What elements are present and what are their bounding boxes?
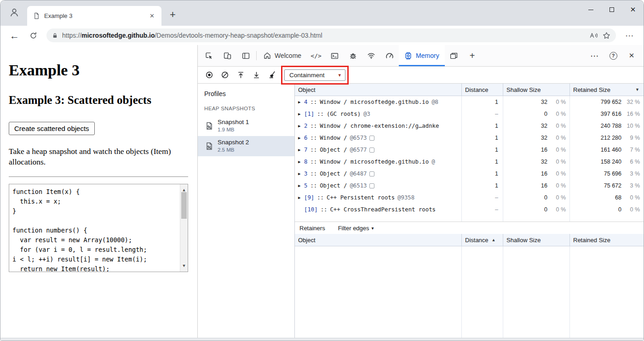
expand-icon[interactable]: ▶	[298, 171, 304, 176]
retainers-column-distance[interactable]: Distance ▲	[462, 234, 503, 246]
tab-memory[interactable]: Memory	[399, 45, 445, 66]
heap-row[interactable]: ▶ 6 :: Window / @6573 1 32 0 % 212 280 9…	[295, 132, 644, 144]
close-devtools-button[interactable]: ✕	[622, 51, 641, 60]
snapshot-item[interactable]: Snapshot 1 1.9 MB	[198, 116, 294, 136]
tab-close-icon[interactable]: ✕	[147, 11, 157, 20]
scrollbar-thumb[interactable]	[181, 192, 187, 219]
devtools-menu-button[interactable]: ⋯	[586, 51, 604, 61]
profile-avatar[interactable]	[6, 4, 23, 21]
tab-issues[interactable]	[344, 45, 362, 66]
expand-icon[interactable]: ▶	[298, 136, 304, 140]
take-snapshot-button[interactable]	[203, 71, 216, 79]
expand-icon[interactable]: ▶	[298, 148, 304, 152]
scroll-down-icon[interactable]: ▼	[180, 261, 188, 271]
add-tab-button[interactable]: +	[463, 45, 482, 66]
node-index: 2	[304, 123, 307, 129]
node-index: [1]	[304, 111, 314, 117]
retained-percent: 32 %	[621, 99, 644, 105]
device-toolbar-icon	[224, 52, 231, 60]
retainers-label: Retainers	[299, 225, 325, 232]
memory-toolbar: Containment ▾	[198, 67, 644, 84]
code-scrollbar[interactable]: ▲ ▼	[180, 184, 188, 272]
tab-welcome[interactable]: Welcome	[258, 45, 307, 66]
help-button[interactable]: ?	[604, 52, 622, 60]
browser-menu-button[interactable]: ⋯	[621, 30, 638, 41]
node-separator: ::	[310, 123, 317, 129]
tab-console[interactable]	[325, 45, 344, 66]
object-cell: ▶ 7 :: Object / @6577	[295, 144, 462, 156]
device-emulation-button[interactable]	[218, 45, 236, 66]
load-snapshot-button[interactable]	[250, 71, 263, 79]
save-snapshot-button[interactable]	[234, 71, 247, 79]
close-window-button[interactable]: ✕	[622, 0, 644, 19]
perspective-select[interactable]: Containment ▾	[284, 69, 345, 81]
new-tab-button[interactable]: +	[167, 10, 178, 20]
heap-row[interactable]: ▶ [10] :: C++ CrossThreadPersistent root…	[295, 204, 644, 216]
node-id: @	[431, 159, 435, 165]
column-header-distance[interactable]: Distance	[462, 84, 503, 96]
inspect-element-button[interactable]	[200, 45, 218, 66]
address-bar[interactable]: https://microsoftedge.github.io/Demos/de…	[46, 28, 616, 42]
preview-box-icon[interactable]	[369, 183, 374, 188]
node-index: 5	[304, 182, 307, 189]
layers-icon	[450, 52, 458, 60]
snapshot-size: 2.5 MB	[218, 147, 249, 153]
clear-profiles-button[interactable]	[218, 71, 231, 79]
node-index: 3	[304, 170, 307, 177]
node-index: 7	[304, 147, 307, 153]
filter-edges-dropdown[interactable]: Filter edges ▾	[338, 225, 374, 232]
memory-panel-body: Profiles HEAP SNAPSHOTS Snapshot 1 1.9 M…	[198, 84, 644, 338]
back-button[interactable]: ←	[6, 31, 23, 40]
retained-size-cell: 68 0 %	[570, 192, 644, 204]
tab-network[interactable]	[362, 45, 380, 66]
shallow-value: 16	[503, 147, 547, 153]
maximize-button[interactable]	[601, 0, 622, 19]
node-id: @6573	[350, 135, 367, 141]
heap-snapshots-label: HEAP SNAPSHOTS	[198, 103, 294, 116]
expand-icon[interactable]: ▶	[298, 159, 304, 164]
tab-sources[interactable]: </>	[307, 45, 325, 66]
retainers-column-object[interactable]: Object	[295, 234, 462, 246]
activity-bar-layout-button[interactable]	[236, 45, 255, 66]
preview-box-icon[interactable]	[369, 136, 374, 141]
more-tools-panel-button[interactable]	[445, 45, 463, 66]
expand-icon[interactable]: ▶	[298, 183, 304, 188]
retainers-column-retained-size[interactable]: Retained Size	[570, 234, 644, 246]
code-block-lines: function Item(x) { this.x = x;} function…	[12, 187, 177, 272]
favorites-star-button[interactable]	[603, 32, 610, 40]
column-header-object[interactable]: Object	[295, 84, 462, 96]
heap-row[interactable]: ▶ 8 :: Window / microsoftedge.github.io …	[295, 156, 644, 168]
heap-row[interactable]: ▶ 2 :: Window / chrome-extension://g…adn…	[295, 120, 644, 132]
preview-box-icon[interactable]	[369, 148, 374, 153]
tab-performance[interactable]	[380, 45, 399, 66]
heap-row[interactable]: ▶ 5 :: Object / @6513 1 16 0 % 75 672 3 …	[295, 180, 644, 192]
node-id: @6513	[350, 182, 367, 189]
read-aloud-button[interactable]	[589, 32, 598, 39]
heap-row[interactable]: ▶ 4 :: Window / microsoftedge.github.io …	[295, 96, 644, 108]
browser-tab[interactable]: Example 3 ✕	[27, 6, 161, 26]
heap-row[interactable]: ▶ [1] :: (GC roots) @3 – 0 0 % 397 616 1…	[295, 108, 644, 120]
expand-icon[interactable]: ▶	[298, 100, 304, 104]
preview-box-icon[interactable]	[369, 171, 374, 176]
expand-icon[interactable]: ▶	[298, 124, 304, 128]
reload-button[interactable]	[26, 32, 41, 40]
minimize-button[interactable]	[580, 0, 601, 19]
node-separator: ::	[310, 159, 317, 165]
heap-row[interactable]: ▶ 7 :: Object / @6577 1 16 0 % 161 460 7…	[295, 144, 644, 156]
expand-icon[interactable]: ▶	[298, 112, 304, 116]
heap-row[interactable]: ▶ 3 :: Object / @6487 1 16 0 % 75 696 3 …	[295, 168, 644, 180]
retainers-column-shallow-size[interactable]: Shallow Size	[503, 234, 570, 246]
expand-icon[interactable]: ▶	[298, 195, 304, 200]
shallow-value: 32	[503, 123, 547, 129]
web-page: Example 3 Example 3: Scattered objects C…	[0, 45, 198, 338]
object-cell: ▶ [1] :: (GC roots) @3	[295, 108, 462, 120]
retained-value: 397 616	[570, 111, 621, 117]
column-header-retained-size[interactable]: Retained Size ▼	[570, 84, 644, 96]
code-textarea[interactable]: function Item(x) { this.x = x;} function…	[9, 184, 188, 272]
column-header-shallow-size[interactable]: Shallow Size	[503, 84, 570, 96]
shallow-size-cell: 0 0 %	[503, 204, 570, 216]
collect-garbage-button[interactable]	[265, 71, 278, 79]
snapshot-item[interactable]: Snapshot 2 2.5 MB	[198, 136, 294, 156]
create-scattered-objects-button[interactable]: Create scattered objects	[9, 122, 95, 135]
heap-row[interactable]: ▶ [9] :: C++ Persistent roots @9358 – 0 …	[295, 192, 644, 204]
